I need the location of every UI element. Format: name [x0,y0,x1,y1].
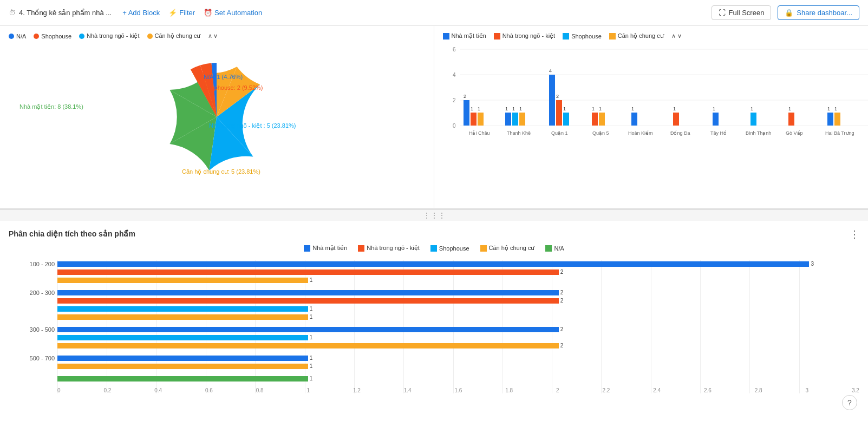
x-tick-04: 0.4 [154,387,162,393]
bottom-legend-nmt-label: Nhà mặt tiền [312,245,347,252]
y-label-2: 2 [453,97,456,103]
y-label-6: 6 [453,47,456,52]
x-tick-08: 0.8 [256,387,264,393]
hbar-bar-500-700-nmt [57,356,308,361]
legend-na: N/A [9,33,26,40]
bar-haichau-ntnk [471,113,477,126]
pie-label-ntnk: Nhà trong ngõ - kiệt : 5 (23.81%) [209,122,296,129]
bar-govap-ntnk [788,113,794,126]
bar-legend-sh-square [563,33,569,40]
share-label: Share dashboar... [797,9,852,17]
fullscreen-label: Full Screen [729,9,765,17]
bar-legend-ntnk: Nhà trong ngõ - kiệt [494,32,556,40]
bar-legend-sh: Shophouse [563,33,602,40]
x-axis: 0 0.2 0.4 0.6 0.8 1 1.2 1.4 1.6 1.8 2 2.… [57,387,859,393]
svg-text:2: 2 [464,94,466,99]
fullscreen-button[interactable]: ⛶ Full Screen [712,5,772,20]
hbar-val-300-500-chcc: 2 [560,343,564,348]
svg-text:1: 1 [512,106,515,111]
pie-label-na: N/A: 1 (4.76%) [204,74,243,80]
hbar-bar-200-300-ntnk [57,298,559,304]
bar-quan1-ntnk [556,100,562,126]
x-tick-28: 2.8 [755,387,762,393]
pie-label-chcc: Căn hộ chung cư: 5 (23.81%) [182,168,260,175]
hbar-chart-container: 100 - 200 3 2 1 200 - 300 2 2 [9,260,859,410]
help-button[interactable]: ? [842,395,857,410]
bottom-legend-chcc-square [480,245,487,252]
x-label-binhthanh: Bình Thạnh [746,130,771,136]
x-tick-14: 1.4 [404,387,412,393]
pie-label-sh: Shophouse: 2 (9.52%) [204,84,263,91]
legend-expand-button[interactable]: ∧ ∨ [208,32,218,40]
bar-legend-chcc: Căn hộ chung cư [609,32,664,40]
chevron-up-icon: ∧ [208,32,212,40]
hbar-val-200-300-nmt: 2 [560,290,564,295]
bottom-legend-ntnk-label: Nhà trong ngõ - kiệt [367,245,420,252]
svg-text:1: 1 [713,106,715,111]
bar-haibatrung-chcc [834,113,840,126]
bottom-legend-nmt-square [304,245,310,252]
pie-label-nmt: Nhà mặt tiền: 8 (38.1%) [19,103,83,110]
drag-handle[interactable]: ⋮⋮⋮ [0,210,868,221]
svg-text:1: 1 [563,106,566,111]
legend-na-label: N/A [16,33,26,40]
hbar-bar-100-200-nmt [57,261,809,267]
x-tick-0: 0 [57,387,61,393]
bar-hoankiem-nmt [631,113,637,126]
hbar-val-500-700-nmt: 1 [310,355,313,361]
x-tick-32: 3.2 [852,387,859,393]
hbar-val-200-300-ntnk: 2 [560,298,564,304]
bar-legend-expand[interactable]: ∧ ∨ [671,32,682,40]
svg-text:1: 1 [834,106,837,111]
legend-ntnk-dot [79,34,84,39]
options-button[interactable]: ⋮ [850,228,859,240]
legend-chcc: Căn hộ chung cư [147,32,201,40]
legend-ntnk: Nhà trong ngõ - kiệt [79,32,140,40]
bottom-legend-nmt: Nhà mặt tiền [304,245,347,252]
hbar-val-200-300-chcc: 1 [310,314,313,320]
svg-text:1: 1 [827,106,830,111]
top-bar: ⏱ 4. Thống kê sản phẩm nhà ... + Add Blo… [0,0,868,26]
hbar-val-200-300-sh: 1 [310,306,313,312]
bottom-legend-na: N/A [545,245,564,252]
y-label-4: 4 [453,72,456,78]
x-tick-16: 1.6 [454,387,462,393]
hbar-group-300-500: 300 - 500 2 1 2 [57,326,859,349]
hbar-group-500-700: 500 - 700 1 1 [57,354,859,370]
automation-button[interactable]: ⏰ Set Automation [204,9,262,17]
x-label-haibatrung: Hai Bà Trưng [825,130,854,136]
bottom-legend: Nhà mặt tiền Nhà trong ngõ - kiệt Shopho… [9,245,859,252]
bottom-legend-chcc: Căn hộ chung cư [480,245,535,252]
add-block-button[interactable]: + Add Block [122,9,160,17]
bar-haichau-chcc [478,113,484,126]
drag-icon: ⋮⋮⋮ [423,211,446,220]
x-tick-06: 0.6 [205,387,213,393]
fullscreen-icon: ⛶ [719,9,726,17]
svg-text:1: 1 [505,106,508,111]
x-label-quan1: Quận 1 [551,130,568,136]
bar-legend-nmt-label: Nhà mặt tiền [452,32,486,40]
x-label-dongda: Đống Đa [670,130,690,136]
hbar-bar-100-200-ntnk [57,269,559,275]
pie-legend: N/A Shophouse Nhà trong ngõ - kiệt Căn h… [9,32,425,40]
hbar-val-300-500-sh: 1 [310,334,313,340]
hbar-bar-na [57,376,308,381]
hbar-bar-200-300-nmt [57,290,559,295]
bar-legend: Nhà mặt tiền Nhà trong ngõ - kiệt Shopho… [443,32,860,40]
bar-legend-ntnk-square [494,33,500,40]
legend-shophouse: Shophouse [34,33,71,40]
x-tick-2: 2 [556,387,559,393]
bar-legend-sh-label: Shophouse [571,33,602,40]
svg-text:1: 1 [478,106,480,111]
y-label-0: 0 [453,123,456,129]
share-button[interactable]: 🔒 Share dashboar... [778,5,859,20]
bottom-legend-chcc-label: Căn hộ chung cư [489,245,535,252]
hbar-bar-200-300-chcc [57,314,308,320]
hbar-group-na: 1 [57,375,859,382]
bar-haibatrung-nmt [827,113,833,126]
hbar-group-100-200: 100 - 200 3 2 1 [57,260,859,284]
filter-button[interactable]: ⚡ Filter [168,9,195,17]
hbar-val-na: 1 [310,376,313,381]
hbar-bar-300-500-chcc [57,343,559,348]
legend-shophouse-label: Shophouse [41,33,71,40]
